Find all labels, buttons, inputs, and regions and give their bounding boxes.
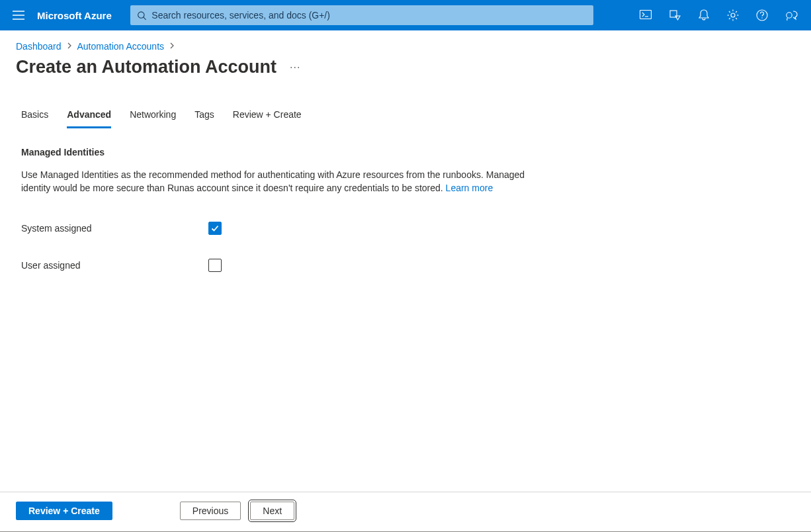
svg-point-9 <box>731 13 735 17</box>
search-icon <box>137 11 147 21</box>
feedback-button[interactable] <box>777 1 806 30</box>
breadcrumb-item-automation-accounts[interactable]: Automation Accounts <box>77 41 165 52</box>
tab-basics[interactable]: Basics <box>21 109 48 128</box>
tab-networking[interactable]: Networking <box>130 109 176 128</box>
footer: Review + Create Previous Next <box>0 492 811 532</box>
review-create-button[interactable]: Review + Create <box>16 502 112 520</box>
filter-icon <box>669 9 681 21</box>
page-title: Create an Automation Account <box>16 57 277 77</box>
svg-line-4 <box>144 17 146 20</box>
cloud-shell-button[interactable] <box>631 1 660 30</box>
form-row-user-assigned: User assigned <box>21 259 548 272</box>
system-assigned-checkbox[interactable] <box>208 222 222 235</box>
form-row-system-assigned: System assigned <box>21 222 548 235</box>
search-box[interactable] <box>130 5 593 25</box>
breadcrumb: Dashboard Automation Accounts <box>0 30 811 54</box>
svg-point-20 <box>787 13 792 18</box>
page-title-row: Create an Automation Account ··· <box>0 54 811 83</box>
brand-label[interactable]: Microsoft Azure <box>37 10 112 21</box>
directory-filter-button[interactable] <box>660 1 689 30</box>
help-button[interactable] <box>747 1 777 30</box>
svg-point-19 <box>761 17 762 18</box>
help-icon <box>756 9 768 21</box>
chevron-right-icon <box>169 42 175 50</box>
breadcrumb-item-dashboard[interactable]: Dashboard <box>16 41 62 52</box>
feedback-icon <box>785 9 798 21</box>
svg-point-3 <box>138 11 144 17</box>
svg-marker-8 <box>675 16 680 20</box>
search-input[interactable] <box>151 10 587 21</box>
svg-line-16 <box>736 11 737 13</box>
tab-tags[interactable]: Tags <box>194 109 214 128</box>
hamburger-icon <box>13 11 24 20</box>
hamburger-menu-button[interactable] <box>5 2 32 28</box>
section-managed-identities: Managed Identities Use Managed Identitie… <box>0 128 569 272</box>
more-actions-button[interactable]: ··· <box>290 62 300 73</box>
tab-advanced[interactable]: Advanced <box>67 109 111 128</box>
section-heading: Managed Identities <box>21 147 548 157</box>
gear-icon <box>727 9 739 21</box>
bell-icon <box>699 9 709 21</box>
svg-rect-5 <box>640 11 652 19</box>
cloud-shell-icon <box>640 10 652 21</box>
previous-button[interactable]: Previous <box>180 502 241 520</box>
svg-line-17 <box>729 18 730 19</box>
top-header: Microsoft Azure <box>0 0 811 30</box>
settings-button[interactable] <box>718 1 747 30</box>
user-assigned-checkbox[interactable] <box>208 259 222 272</box>
svg-line-14 <box>729 11 730 13</box>
learn-more-link[interactable]: Learn more <box>446 183 493 193</box>
checkmark-icon <box>210 224 220 233</box>
svg-line-15 <box>736 18 737 19</box>
tabs: Basics Advanced Networking Tags Review +… <box>0 83 811 128</box>
chevron-right-icon <box>67 42 72 50</box>
user-assigned-label: User assigned <box>21 260 208 271</box>
notifications-button[interactable] <box>689 1 718 30</box>
tab-review-create[interactable]: Review + Create <box>233 109 302 128</box>
system-assigned-label: System assigned <box>21 223 208 234</box>
section-description: Use Managed Identities as the recommende… <box>21 168 548 195</box>
next-button[interactable]: Next <box>250 502 294 520</box>
header-icons <box>631 1 806 30</box>
